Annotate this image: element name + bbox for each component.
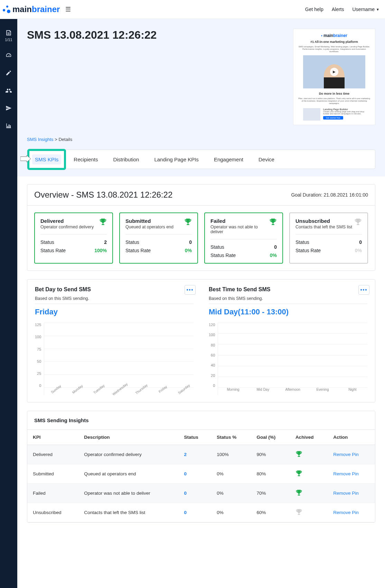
kpi-card-failed: Failed Operator was not able to deliver … [204, 212, 283, 264]
chevron-down-icon: ▼ [376, 8, 379, 11]
panel-menu-button[interactable]: ••• [358, 285, 369, 295]
sidenav-item-contacts[interactable] [6, 87, 12, 95]
cell-goal: 60% [251, 503, 290, 522]
col-kpi: KPI [27, 430, 78, 445]
play-icon: ▶ [330, 68, 338, 76]
tab-distribution[interactable]: Distribution [110, 154, 142, 164]
get-help-link[interactable]: Get help [305, 7, 323, 12]
status-link[interactable]: 0 [184, 491, 187, 496]
col-action: Action [328, 430, 375, 445]
sidenav-item-dashboard[interactable] [6, 52, 12, 59]
kpi-status-value: 0 [359, 239, 362, 245]
col-goal-: Goal (%) [251, 430, 290, 445]
col-status: Status [178, 430, 211, 445]
cell-action: Remove Pin [328, 503, 375, 522]
panel-menu-button[interactable]: ••• [185, 285, 196, 295]
cell-goal: 80% [251, 464, 290, 484]
best-day-chart: 1251007550250SundayMondayTuesdayWednesda… [35, 323, 194, 395]
remove-pin-link[interactable]: Remove Pin [333, 471, 359, 476]
breadcrumb-link-sms-insights[interactable]: SMS Insights [27, 137, 54, 142]
tab-engagement[interactable]: Engagement [211, 154, 246, 164]
remove-pin-link[interactable]: Remove Pin [333, 510, 359, 515]
remove-pin-link[interactable]: Remove Pin [333, 452, 359, 457]
insights-table: KPIDescriptionStatusStatus %Goal (%)Achi… [27, 430, 375, 522]
status-link[interactable]: 2 [184, 452, 187, 457]
cell-action: Remove Pin [328, 464, 375, 484]
kpi-rate-label: Status Rate [125, 248, 151, 253]
cell-action: Remove Pin [328, 484, 375, 503]
cell-kpi: Submitted [27, 464, 78, 484]
preview-do-more: Do more in less time [319, 92, 349, 95]
status-link[interactable]: 0 [184, 471, 187, 476]
cell-status: 0 [178, 503, 211, 522]
insights-card: SMS Sending Insights KPIDescriptionStatu… [27, 411, 375, 523]
hamburger-icon[interactable]: ☰ [63, 4, 73, 15]
breadcrumb-current: Details [58, 137, 72, 142]
best-time-value: Mid Day(11:00 - 13:00) [209, 307, 367, 316]
hero: SMS 13.08.2021 12:26:22 • mainbrainer #1… [17, 19, 385, 129]
breadcrumb: SMS Insights > Details [27, 129, 375, 144]
kpi-status-label: Status [40, 239, 54, 245]
kpi-rate-value: 0% [355, 248, 362, 253]
preview-thumb [303, 108, 320, 121]
preview-desc: SMS campaigns, Email Marketing, Web land… [298, 46, 371, 53]
tab-landing-page-kpis[interactable]: Landing Page KPIs [151, 154, 201, 164]
cell-status: 0 [178, 464, 211, 484]
cell-achieved [290, 464, 328, 484]
table-row: Submitted Queued at operators end 0 0% 8… [27, 464, 375, 484]
status-link[interactable]: 0 [184, 510, 187, 515]
col-achived: Achived [290, 430, 328, 445]
page-title: SMS 13.08.2021 12:26:22 [27, 29, 157, 41]
trophy-icon [99, 218, 107, 227]
kpi-subtitle: Queued at operators end [125, 225, 173, 229]
trophy-icon [269, 218, 277, 227]
cell-action: Remove Pin [328, 445, 375, 464]
best-time-chart: 120100806040200MorningMid DayAfternoonEv… [209, 323, 367, 395]
table-row: Unsubscribed Contacts that left the SMS … [27, 503, 375, 522]
sidenav-item-docs[interactable]: 1/11 [5, 29, 12, 42]
cell-status: 0 [178, 484, 211, 503]
pencil-icon [6, 70, 12, 76]
cell-goal: 70% [251, 484, 290, 503]
alerts-link[interactable]: Alerts [332, 7, 344, 12]
col-description: Description [78, 430, 178, 445]
tab-sms-kpis[interactable]: SMS KPIs [32, 154, 61, 164]
trophy-icon [295, 470, 302, 477]
sidenav-item-analytics[interactable] [6, 123, 12, 130]
cell-status-pct: 0% [211, 484, 251, 503]
top-bar: mainbrainer ☰ Get help Alerts Username ▼ [0, 0, 385, 19]
trophy-icon [295, 451, 302, 457]
tab-recipients[interactable]: Recipients [71, 154, 101, 164]
sidenav-item-send[interactable] [6, 105, 12, 112]
overview-title: Overview - SMS 13.08.2021 12:26:22 [34, 190, 172, 200]
table-row: Failed Operator was not able to deliver … [27, 484, 375, 503]
preview-tagline: #1 All-in-one marketing platform [310, 40, 358, 44]
gauge-icon [6, 52, 12, 58]
best-time-panel: ••• Best Time to Send SMS Based on this … [201, 279, 375, 402]
cell-status-pct: 0% [211, 503, 251, 522]
kpi-status-label: Status [210, 244, 224, 250]
cell-status-pct: 100% [211, 445, 251, 464]
user-menu[interactable]: Username ▼ [353, 7, 380, 12]
kpi-status-label: Status [125, 239, 139, 245]
tab-device[interactable]: Device [256, 154, 277, 164]
kpi-title: Unsubscribed [295, 218, 352, 224]
kpi-title: Failed [210, 218, 269, 224]
kpi-status-value: 2 [104, 239, 107, 245]
kpi-subtitle: Operator confirmed delivery [40, 225, 94, 229]
cell-achieved [290, 445, 328, 464]
cell-achieved [290, 484, 328, 503]
preview-cta: Get started free [323, 116, 343, 120]
trophy-icon [295, 489, 302, 496]
trophy-icon [184, 218, 192, 227]
charts-card: ••• Bet Day to Send SMS Based on this SM… [27, 279, 375, 402]
kpi-subtitle: Operator was not able to deliver [210, 225, 269, 234]
sidenav-item-compose[interactable] [6, 70, 12, 77]
preview-video: ▶ [303, 55, 365, 88]
remove-pin-link[interactable]: Remove Pin [333, 491, 359, 496]
table-row: Delivered Operator confirmed delivery 2 … [27, 445, 375, 464]
cell-status: 2 [178, 445, 211, 464]
app-logo[interactable]: mainbrainer [3, 4, 60, 14]
insights-title: SMS Sending Insights [27, 411, 375, 430]
cell-description: Contacts that left the SMS list [78, 503, 178, 522]
